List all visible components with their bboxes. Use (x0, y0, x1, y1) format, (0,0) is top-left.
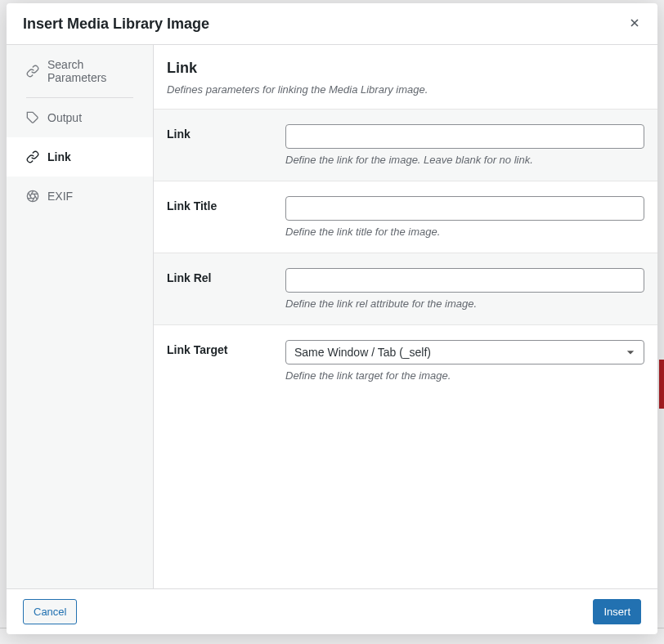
content-header: Link Defines parameters for linking the … (154, 45, 657, 109)
link-icon (26, 65, 39, 78)
link-title-input[interactable] (285, 196, 644, 221)
link-target-field-wrap: Same Window / Tab (_self) Define the lin… (285, 340, 644, 382)
form-row-link: Link Define the link for the image. Leav… (154, 109, 657, 181)
link-rel-input[interactable] (285, 268, 644, 293)
background-accent (659, 360, 664, 409)
insert-media-modal: Insert Media Library Image Search Parame… (7, 3, 657, 634)
form-row-link-target: Link Target Same Window / Tab (_self) De… (154, 324, 657, 396)
sidebar-item-search-parameters[interactable]: Search Parameters (7, 45, 153, 97)
link-rel-field-wrap: Define the link rel attribute for the im… (285, 268, 644, 310)
link-rel-hint: Define the link rel attribute for the im… (285, 297, 644, 310)
link-rel-label: Link Rel (167, 268, 285, 310)
sidebar: Search Parameters Output Link EXIF (7, 45, 154, 588)
link-title-field-wrap: Define the link title for the image. (285, 196, 644, 238)
link-input[interactable] (285, 124, 644, 149)
link-icon (26, 150, 39, 163)
sidebar-item-label: EXIF (47, 190, 73, 203)
tag-icon (26, 111, 39, 124)
sidebar-item-link[interactable]: Link (7, 137, 153, 177)
link-hint: Define the link for the image. Leave bla… (285, 154, 644, 166)
insert-button[interactable]: Insert (593, 599, 641, 625)
link-field-wrap: Define the link for the image. Leave bla… (285, 124, 644, 166)
cancel-button[interactable]: Cancel (23, 599, 77, 625)
sidebar-item-label: Output (47, 111, 82, 124)
link-target-label: Link Target (167, 340, 285, 382)
modal-header: Insert Media Library Image (7, 3, 657, 45)
sidebar-item-exif[interactable]: EXIF (7, 177, 153, 216)
close-button[interactable] (625, 11, 644, 36)
link-target-hint: Define the link target for the image. (285, 369, 644, 382)
link-title-hint: Define the link title for the image. (285, 226, 644, 238)
content-description: Defines parameters for linking the Media… (167, 83, 644, 96)
form-row-link-title: Link Title Define the link title for the… (154, 181, 657, 253)
sidebar-item-label: Search Parameters (47, 58, 140, 84)
sidebar-item-label: Link (47, 150, 71, 163)
link-label: Link (167, 124, 285, 166)
aperture-icon (26, 190, 39, 203)
sidebar-item-output[interactable]: Output (7, 98, 153, 137)
link-title-label: Link Title (167, 196, 285, 238)
close-icon (628, 13, 641, 34)
content-panel: Link Defines parameters for linking the … (154, 45, 657, 588)
link-target-select[interactable]: Same Window / Tab (_self) (285, 340, 644, 364)
modal-body: Search Parameters Output Link EXIF (7, 45, 657, 588)
modal-title: Insert Media Library Image (23, 16, 209, 33)
form-row-link-rel: Link Rel Define the link rel attribute f… (154, 253, 657, 324)
content-title: Link (167, 60, 644, 77)
modal-footer: Cancel Insert (7, 588, 657, 635)
